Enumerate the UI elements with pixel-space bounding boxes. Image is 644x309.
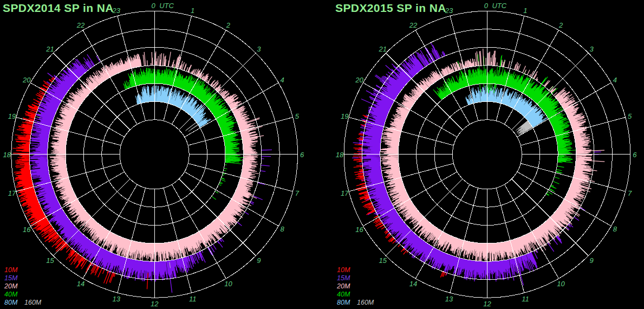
svg-text:11: 11 xyxy=(189,295,197,303)
svg-text:13: 13 xyxy=(112,295,120,303)
svg-text:19: 19 xyxy=(341,112,348,120)
svg-text:13: 13 xyxy=(445,295,453,303)
svg-text:10: 10 xyxy=(557,280,565,288)
svg-text:8: 8 xyxy=(281,225,285,233)
svg-text:SPDX2014 SP in NA: SPDX2014 SP in NA xyxy=(3,2,114,14)
svg-text:40M: 40M xyxy=(337,291,350,298)
svg-text:16: 16 xyxy=(23,226,31,234)
svg-text:15: 15 xyxy=(46,256,54,265)
svg-text:14: 14 xyxy=(77,280,84,288)
svg-text:21: 21 xyxy=(45,45,54,53)
svg-text:14: 14 xyxy=(409,280,417,288)
svg-text:SPDX2015 SP in NA: SPDX2015 SP in NA xyxy=(335,2,446,14)
svg-text:6: 6 xyxy=(300,151,304,159)
svg-text:10M: 10M xyxy=(4,266,18,274)
svg-text:21: 21 xyxy=(378,45,386,53)
svg-text:1: 1 xyxy=(191,7,194,15)
svg-text:15M: 15M xyxy=(4,274,18,282)
svg-text:15M: 15M xyxy=(337,274,350,282)
svg-text:9: 9 xyxy=(257,256,261,265)
svg-text:20: 20 xyxy=(355,76,363,84)
svg-text:80M: 80M xyxy=(4,299,18,306)
svg-text:6: 6 xyxy=(633,151,637,159)
svg-text:0: 0 xyxy=(484,2,489,10)
svg-text:20M: 20M xyxy=(4,282,18,290)
svg-text:4: 4 xyxy=(613,76,617,84)
svg-text:10: 10 xyxy=(224,280,232,288)
svg-text:160M: 160M xyxy=(24,299,42,306)
svg-text:15: 15 xyxy=(379,256,387,265)
svg-text:0: 0 xyxy=(152,2,156,10)
svg-text:12: 12 xyxy=(483,300,491,308)
svg-text:22: 22 xyxy=(76,21,85,29)
svg-text:160M: 160M xyxy=(357,299,374,306)
svg-text:17: 17 xyxy=(8,189,16,197)
svg-text:18: 18 xyxy=(3,151,11,159)
svg-text:5: 5 xyxy=(628,112,632,120)
svg-text:22: 22 xyxy=(409,21,418,29)
svg-text:20M: 20M xyxy=(336,282,350,290)
svg-text:5: 5 xyxy=(295,112,300,120)
svg-text:8: 8 xyxy=(613,225,617,233)
svg-text:3: 3 xyxy=(257,45,261,53)
svg-text:17: 17 xyxy=(341,189,349,197)
svg-text:4: 4 xyxy=(281,76,284,84)
svg-text:1: 1 xyxy=(523,7,527,15)
svg-text:7: 7 xyxy=(628,189,632,197)
svg-text:2: 2 xyxy=(558,21,563,29)
svg-text:12: 12 xyxy=(151,300,159,308)
svg-text:UTC: UTC xyxy=(159,2,174,10)
svg-text:11: 11 xyxy=(522,295,529,303)
svg-text:7: 7 xyxy=(295,189,300,197)
svg-text:80M: 80M xyxy=(337,299,350,306)
svg-text:18: 18 xyxy=(336,151,344,159)
svg-text:UTC: UTC xyxy=(492,2,506,10)
svg-text:9: 9 xyxy=(589,256,593,265)
svg-text:2: 2 xyxy=(226,21,231,29)
svg-text:3: 3 xyxy=(589,45,594,53)
svg-text:40M: 40M xyxy=(4,291,18,298)
svg-text:19: 19 xyxy=(8,112,16,120)
svg-text:20: 20 xyxy=(22,76,31,84)
svg-text:16: 16 xyxy=(355,226,363,234)
svg-text:10M: 10M xyxy=(337,266,350,274)
